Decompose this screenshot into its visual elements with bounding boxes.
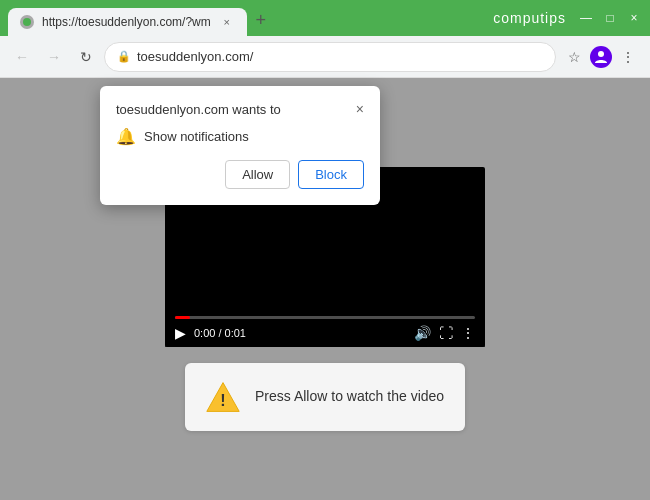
mute-button[interactable]: 🔊 (414, 325, 431, 341)
tab-close-button[interactable]: × (219, 14, 235, 30)
popup-header: toesuddenlyon.com wants to × (116, 102, 364, 117)
lock-icon: 🔒 (117, 50, 131, 63)
toolbar: ← → ↻ 🔒 toesuddenlyon.com/ ☆ ⋮ (0, 36, 650, 78)
svg-point-0 (23, 18, 31, 26)
controls-row: ▶ 0:00 / 0:01 🔊 ⛶ ⋮ (175, 325, 475, 341)
popup-item: 🔔 Show notifications (116, 127, 364, 146)
menu-button[interactable]: ⋮ (614, 43, 642, 71)
tab-favicon (20, 15, 34, 29)
forward-button[interactable]: → (40, 43, 68, 71)
svg-text:!: ! (220, 391, 225, 409)
browser-window: https://toesuddenlyon.com/?wm × + comput… (0, 0, 650, 500)
bookmark-button[interactable]: ☆ (560, 43, 588, 71)
progress-bar[interactable] (175, 316, 475, 319)
allow-card-text: Press Allow to watch the video (255, 387, 444, 407)
bell-icon: 🔔 (116, 127, 136, 146)
play-button[interactable]: ▶ (175, 325, 186, 341)
time-display: 0:00 / 0:01 (194, 327, 246, 339)
maximize-button[interactable]: □ (602, 10, 618, 26)
allow-button[interactable]: Allow (225, 160, 290, 189)
tab-strip: https://toesuddenlyon.com/?wm × + (8, 0, 489, 36)
popup-actions: Allow Block (116, 160, 364, 189)
more-options-button[interactable]: ⋮ (461, 325, 475, 341)
title-bar: https://toesuddenlyon.com/?wm × + comput… (0, 0, 650, 36)
toolbar-right: ☆ ⋮ (560, 43, 642, 71)
warning-icon: ! (205, 379, 241, 415)
fullscreen-button[interactable]: ⛶ (439, 325, 453, 341)
block-button[interactable]: Block (298, 160, 364, 189)
address-bar[interactable]: 🔒 toesuddenlyon.com/ (104, 42, 556, 72)
notification-popup: toesuddenlyon.com wants to × 🔔 Show noti… (100, 86, 380, 205)
allow-card: ! Press Allow to watch the video (185, 363, 465, 431)
progress-fill (175, 316, 190, 319)
profile-avatar[interactable] (590, 46, 612, 68)
popup-close-button[interactable]: × (356, 102, 364, 116)
minimize-button[interactable]: — (578, 10, 594, 26)
brand-label: computips (493, 10, 566, 26)
page-content: toesuddenlyon.com wants to × 🔔 Show noti… (0, 78, 650, 500)
svg-point-1 (598, 51, 604, 57)
new-tab-button[interactable]: + (247, 6, 275, 34)
close-window-button[interactable]: × (626, 10, 642, 26)
window-controls: — □ × (578, 10, 642, 26)
active-tab[interactable]: https://toesuddenlyon.com/?wm × (8, 8, 247, 36)
tab-title: https://toesuddenlyon.com/?wm (42, 15, 211, 29)
reload-button[interactable]: ↻ (72, 43, 100, 71)
back-button[interactable]: ← (8, 43, 36, 71)
popup-item-text: Show notifications (144, 129, 249, 144)
video-controls: ▶ 0:00 / 0:01 🔊 ⛶ ⋮ (165, 310, 485, 347)
url-text: toesuddenlyon.com/ (137, 49, 253, 64)
popup-title: toesuddenlyon.com wants to (116, 102, 281, 117)
